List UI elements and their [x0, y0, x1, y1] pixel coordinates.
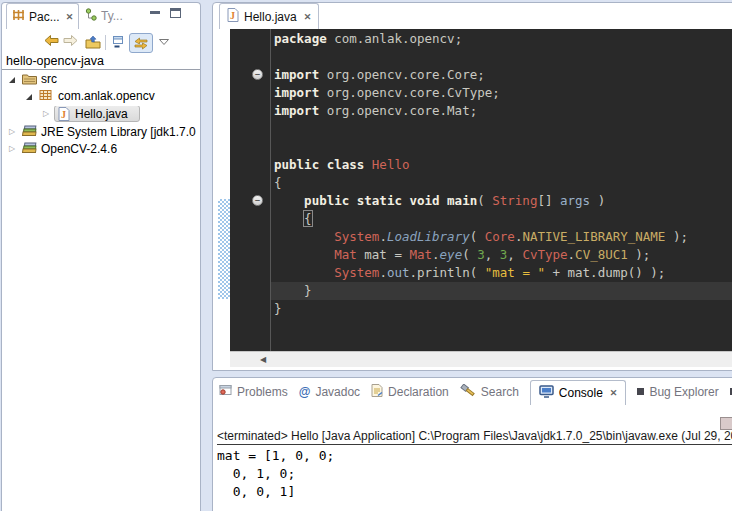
tab-search[interactable]: Search	[460, 384, 519, 400]
eclipse-workbench: { "colors": { "workbench_bg": "#dbe3f2",…	[0, 0, 732, 511]
type-hierarchy-icon	[85, 8, 97, 24]
collapse-arrow-icon[interactable]: ▷	[9, 127, 15, 136]
tab-console[interactable]: Console ✕	[530, 380, 627, 405]
code-area[interactable]: package com.anlak.opencv; import org.ope…	[271, 30, 732, 318]
expand-arrow-icon[interactable]	[26, 94, 32, 100]
console-header: <terminated> Hello [Java Application] C:…	[217, 429, 732, 445]
tab-package-explorer[interactable]: Pac... ✕	[6, 3, 79, 29]
tree-item-package[interactable]: com.anlak.opencv	[2, 88, 200, 105]
tab-declaration[interactable]: Declaration	[371, 384, 449, 400]
library-icon	[21, 125, 38, 141]
code-line[interactable]	[271, 138, 732, 156]
bottom-tab-bar: Problems @ Javadoc Declaration Search Co…	[213, 378, 732, 405]
tree-item-src[interactable]: src	[2, 71, 200, 88]
console-line: 0, 0, 1]	[217, 483, 334, 501]
javadoc-icon: @	[299, 385, 311, 399]
editor-tab-label: Hello.java	[244, 10, 297, 24]
code-line[interactable]: System.out.println( "mat = " + mat.dump(…	[271, 264, 732, 282]
java-file-icon: J	[58, 107, 70, 123]
package-icon	[39, 89, 52, 104]
tree-item-label: OpenCV-2.4.6	[41, 142, 117, 156]
code-line[interactable]: {	[271, 210, 732, 228]
tab-type-hierarchy[interactable]: Ty...	[80, 3, 128, 29]
package-folder-icon	[22, 72, 37, 88]
collapse-all-icon[interactable]	[110, 35, 124, 49]
tab-bug-explorer[interactable]: Bug Explorer	[637, 385, 718, 399]
tree-item-label: src	[41, 72, 57, 86]
code-line[interactable]: public class Hello	[271, 156, 732, 174]
horizontal-scrollbar[interactable]: ◀	[230, 351, 732, 367]
declaration-icon	[371, 384, 383, 400]
bug-square-icon	[637, 388, 644, 395]
code-line[interactable]: {	[271, 174, 732, 192]
minimize-button[interactable]	[150, 11, 160, 14]
tab-label: Pac...	[29, 10, 60, 24]
console-line: mat = [1, 0, 0;	[217, 447, 334, 465]
svg-text:J: J	[230, 10, 235, 21]
console-icon	[539, 385, 554, 401]
view-menu-icon[interactable]	[159, 39, 169, 45]
link-with-editor-icon[interactable]	[129, 33, 153, 53]
code-line[interactable]: }	[271, 300, 732, 318]
up-icon[interactable]	[85, 35, 101, 49]
tab-hello-java[interactable]: J Hello.java ✕	[219, 3, 319, 29]
tree-item-label: Hello.java	[75, 107, 128, 121]
package-explorer-panel: Pac... ✕ Ty... hello-opencv-java src com…	[1, 2, 201, 511]
scroll-left-icon[interactable]: ◀	[260, 355, 266, 364]
tab-label: Ty...	[101, 9, 123, 23]
panel-divider	[2, 69, 200, 70]
code-line[interactable]: }	[271, 282, 732, 300]
range-indicator	[218, 199, 230, 299]
maximize-button[interactable]	[170, 8, 181, 18]
fold-collapse-icon[interactable]: −	[252, 69, 263, 80]
folding-gutter: −−	[230, 29, 270, 351]
search-icon	[460, 384, 476, 400]
code-line[interactable]: System.LoadLibrary( Core.NATIVE_LIBRARY_…	[271, 228, 732, 246]
tab-javadoc[interactable]: @ Javadoc	[299, 385, 360, 399]
code-line[interactable]: public static void main( String[] args )	[271, 192, 732, 210]
tree-item-hello-java[interactable]: ▷ J Hello.java	[2, 106, 200, 123]
project-root-label[interactable]: hello-opencv-java	[6, 54, 104, 68]
editor-panel: J Hello.java ✕ −− package com.anlak.open…	[212, 2, 732, 371]
console-line: 0, 1, 0;	[217, 465, 334, 483]
collapse-arrow-icon[interactable]: ▷	[9, 144, 15, 153]
expand-arrow-icon[interactable]	[9, 77, 15, 83]
code-line[interactable]: import org.opencv.core.Mat;	[271, 102, 732, 120]
forward-icon[interactable]	[63, 35, 78, 46]
code-line[interactable]: import org.opencv.core.Core;	[271, 66, 732, 84]
package-explorer-toolbar	[2, 32, 200, 54]
code-line[interactable]	[271, 120, 732, 138]
problems-icon	[219, 384, 232, 399]
console-panel: Problems @ Javadoc Declaration Search Co…	[212, 377, 732, 511]
back-icon[interactable]	[44, 35, 59, 46]
svg-text:J: J	[61, 109, 66, 120]
close-icon[interactable]: ✕	[304, 12, 312, 22]
console-output[interactable]: mat = [1, 0, 0; 0, 1, 0; 0, 0, 1]	[217, 447, 334, 501]
tree-item-label: JRE System Library [jdk1.7.0	[41, 125, 196, 139]
code-editor[interactable]: −− package com.anlak.opencv; import org.…	[230, 29, 732, 351]
tree-item-opencv-library[interactable]: ▷ OpenCV-2.4.6	[2, 141, 200, 158]
tree-item-label: com.anlak.opencv	[58, 89, 155, 103]
close-icon[interactable]: ✕	[66, 12, 74, 22]
collapse-arrow-icon[interactable]: ▷	[43, 109, 49, 118]
code-line[interactable]: import org.opencv.core.CvType;	[271, 84, 732, 102]
tree-item-jre-library[interactable]: ▷ JRE System Library [jdk1.7.0	[2, 124, 200, 141]
package-explorer-icon	[12, 9, 25, 24]
code-line[interactable]	[271, 48, 732, 66]
tab-problems[interactable]: Problems	[219, 384, 288, 399]
java-file-icon: J	[227, 8, 239, 25]
close-icon[interactable]: ✕	[610, 388, 618, 398]
library-icon	[21, 142, 38, 158]
fold-collapse-icon[interactable]: −	[252, 195, 263, 206]
toolbar-separator	[105, 35, 106, 50]
code-line[interactable]: package com.anlak.opencv;	[271, 30, 732, 48]
code-line[interactable]: Mat mat = Mat.eye( 3, 3, CvType.CV_8UC1 …	[271, 246, 732, 264]
